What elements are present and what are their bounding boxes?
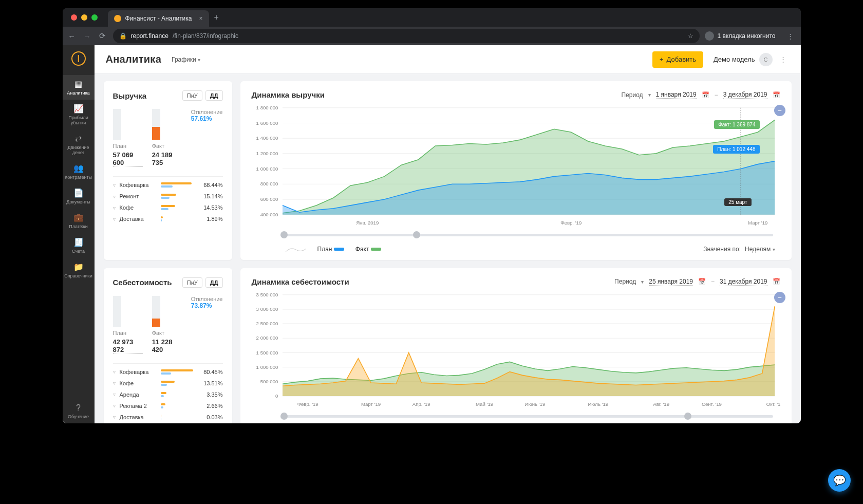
- legend-fact[interactable]: Факт: [355, 246, 381, 253]
- caret-icon[interactable]: ▿: [113, 380, 116, 386]
- document-icon: 📄: [64, 188, 93, 198]
- caret-icon[interactable]: ▿: [113, 391, 116, 397]
- row-bars: [161, 184, 196, 186]
- app-logo[interactable]: [71, 51, 86, 66]
- add-button[interactable]: + Добавить: [652, 51, 703, 68]
- date-from[interactable]: 25 января 2019: [649, 278, 693, 286]
- svg-text:3 000 000: 3 000 000: [256, 306, 278, 312]
- sidebar-item-analytics[interactable]: ▦ Аналитика: [63, 75, 95, 100]
- reload-button[interactable]: ⟳: [98, 31, 108, 41]
- caret-icon[interactable]: ▿: [113, 205, 116, 211]
- caret-icon[interactable]: ▿: [113, 403, 116, 408]
- date-to[interactable]: 31 декабря 2019: [720, 278, 767, 286]
- range-slider[interactable]: [252, 229, 780, 241]
- sidebar-item-label: Аналитика: [67, 90, 90, 96]
- sidebar-item-cashflow[interactable]: ⇄ Движение денег: [63, 129, 95, 159]
- cost-chart[interactable]: 0500 0001 000 0001 500 0002 000 0002 500…: [252, 289, 780, 410]
- sidebar-item-pnl[interactable]: 📈 Прибыли убытки: [63, 100, 95, 129]
- tooltip-date: 25 март: [724, 198, 751, 206]
- toggle-dd[interactable]: ДД: [205, 90, 223, 101]
- caret-icon[interactable]: ▿: [113, 414, 116, 420]
- calendar-icon[interactable]: 📅: [702, 91, 709, 99]
- header-menu-button[interactable]: ⋮: [777, 55, 790, 63]
- row-name: Кофеварка: [120, 369, 157, 375]
- kpi-breakdown-row[interactable]: ▿ Кофеварка 80.45%: [113, 369, 223, 375]
- svg-text:Февр. '19: Февр. '19: [297, 401, 318, 407]
- kpi-breakdown-row[interactable]: ▿ Реклама 2 2.66%: [113, 403, 223, 409]
- svg-text:Июнь '19: Июнь '19: [524, 401, 545, 407]
- kpi-breakdown-row[interactable]: ▿ Кофе 13.51%: [113, 380, 223, 386]
- caret-icon[interactable]: ▿: [113, 369, 116, 375]
- row-bars: [161, 207, 196, 209]
- svg-text:1 000 000: 1 000 000: [256, 166, 278, 172]
- chevron-down-icon[interactable]: ▾: [641, 279, 644, 285]
- row-pct: 15.14%: [200, 193, 223, 199]
- address-bar[interactable]: 🔒 report.finance/fin-plan/837/infographi…: [113, 29, 700, 43]
- model-selector[interactable]: Демо модель С ⋮: [714, 53, 789, 66]
- sidebar-item-documents[interactable]: 📄 Документы: [63, 184, 95, 209]
- sidebar-item-invoices[interactable]: 🧾 Счета: [63, 233, 95, 258]
- kpi-breakdown-row[interactable]: ▿ Доставка 1.89%: [113, 216, 223, 222]
- money-icon: ⇄: [64, 134, 93, 143]
- toggle-piu[interactable]: ПиУ: [182, 277, 202, 288]
- maximize-window-button[interactable]: [91, 14, 98, 21]
- tooltip-plan: План: 1 012 448: [713, 145, 759, 154]
- deviation-value: 57.61%: [191, 115, 223, 122]
- kpi-breakdown-row[interactable]: ▿ Кофеварка 68.44%: [113, 182, 223, 188]
- growth-icon: 📈: [64, 104, 93, 114]
- incognito-indicator[interactable]: 1 вкладка инкогнито: [705, 31, 775, 41]
- row-name: Реклама 2: [120, 403, 157, 409]
- sidebar-item-payments[interactable]: 💼 Платежи: [63, 209, 95, 233]
- revenue-chart[interactable]: 400 000600 000800 0001 000 0001 200 0001…: [252, 102, 780, 229]
- slider-handle-left[interactable]: [280, 413, 288, 420]
- svg-text:3 500 000: 3 500 000: [256, 291, 278, 297]
- bookmark-icon[interactable]: ☆: [688, 32, 693, 40]
- kpi-breakdown-row[interactable]: ▿ Ремонт 15.14%: [113, 193, 223, 199]
- slider-handle-right[interactable]: [413, 231, 420, 238]
- date-from[interactable]: 1 января 2019: [656, 91, 697, 99]
- svg-text:Сент. '19: Сент. '19: [701, 401, 721, 407]
- tab-close-icon[interactable]: ×: [199, 15, 203, 22]
- calendar-icon[interactable]: 📅: [773, 91, 780, 99]
- kpi-breakdown-row[interactable]: ▿ Доставка 0.03%: [113, 414, 223, 420]
- calendar-icon[interactable]: 📅: [773, 278, 780, 285]
- values-by-selector[interactable]: Неделям ▾: [745, 246, 775, 253]
- user-avatar[interactable]: С: [759, 53, 773, 66]
- chart-collapse-button[interactable]: −: [774, 292, 785, 303]
- fact-bar: [152, 109, 160, 140]
- sidebar-item-help[interactable]: ? Обучение: [63, 399, 95, 423]
- toggle-dd[interactable]: ДД: [205, 277, 223, 288]
- view-selector[interactable]: Графики ▾: [172, 56, 200, 63]
- kpi-breakdown-row[interactable]: ▿ Кофе 14.53%: [113, 204, 223, 211]
- forward-button[interactable]: →: [82, 32, 92, 41]
- svg-text:1 800 000: 1 800 000: [256, 105, 278, 110]
- chart-card-cost: Динамика себестоимости Период ▾ 25 январ…: [240, 268, 792, 423]
- toggle-piu[interactable]: ПиУ: [182, 90, 202, 101]
- new-tab-button[interactable]: +: [214, 13, 219, 22]
- caret-icon[interactable]: ▿: [113, 216, 116, 222]
- browser-tab[interactable]: Финансист - Аналитика ×: [108, 10, 209, 27]
- browser-menu-button[interactable]: ⋮: [784, 32, 797, 40]
- chevron-down-icon[interactable]: ▾: [648, 92, 651, 98]
- range-slider[interactable]: [252, 410, 780, 422]
- back-button[interactable]: ←: [67, 32, 77, 41]
- legend-plan[interactable]: План: [317, 246, 344, 253]
- minimize-window-button[interactable]: [81, 14, 87, 21]
- sidebar-item-label: Справочники: [64, 273, 92, 278]
- kpi-breakdown-row[interactable]: ▿ Аренда 3.35%: [113, 391, 223, 398]
- sidebar-item-label: Документы: [66, 199, 90, 204]
- slider-handle-left[interactable]: [280, 231, 288, 238]
- date-to[interactable]: 3 декабря 2019: [723, 91, 767, 99]
- row-name: Ремонт: [120, 193, 157, 199]
- calendar-icon[interactable]: 📅: [698, 278, 706, 285]
- legend-plan-swatch: [334, 248, 344, 251]
- kpi-card-revenue: Выручка ПиУ ДД План 57 069 600: [104, 81, 232, 260]
- sidebar-item-references[interactable]: 📁 Справочники: [63, 258, 95, 283]
- sidebar-item-counterparties[interactable]: 👥 Контрагенты: [63, 159, 95, 184]
- caret-icon[interactable]: ▿: [113, 194, 116, 199]
- caret-icon[interactable]: ▿: [113, 182, 116, 188]
- chart-collapse-button[interactable]: −: [774, 105, 785, 116]
- window-controls: [71, 14, 98, 21]
- slider-handle-right[interactable]: [684, 413, 691, 420]
- close-window-button[interactable]: [71, 14, 77, 21]
